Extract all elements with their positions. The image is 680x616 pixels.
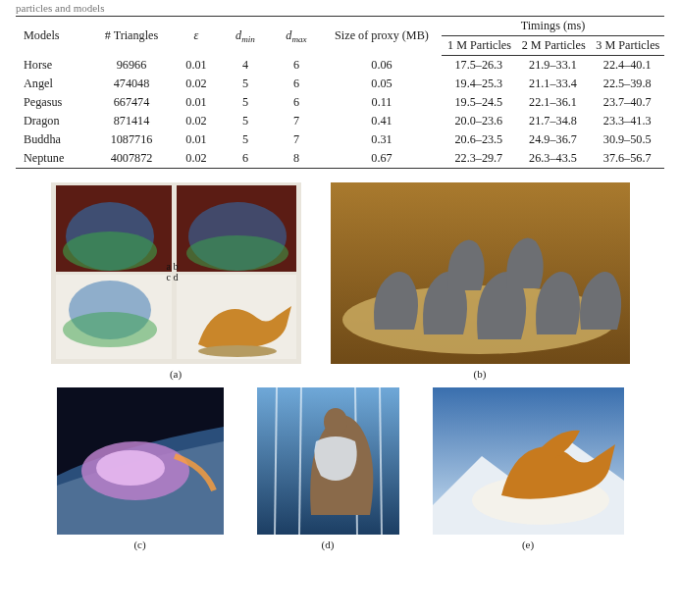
cell-dmax: 8: [271, 149, 322, 169]
col-t1: 1 M Particles: [442, 36, 516, 56]
cell-dmax: 6: [271, 93, 322, 112]
cell-dmin: 5: [220, 93, 271, 112]
cell-proxy: 0.31: [322, 130, 442, 149]
figure-label-e: (e): [522, 539, 534, 550]
figure-image-a: a b c d: [51, 182, 301, 364]
results-table: Models # Triangles ε dmin dmax Size of p…: [16, 16, 664, 169]
panel-a-inner-a: a: [167, 261, 171, 272]
svg-point-10: [63, 312, 157, 347]
figure-panel-a: a b c d (a): [51, 182, 301, 380]
svg-point-11: [198, 345, 277, 357]
cell-model: Pegasus: [16, 93, 90, 112]
panel-a-inner-c: c: [167, 272, 171, 282]
cell-t2: 21.9–33.1: [516, 56, 591, 76]
cell-triangles: 1087716: [90, 130, 173, 149]
cell-eps: 0.02: [173, 75, 220, 93]
cell-model: Angel: [16, 75, 90, 93]
cell-t3: 23.7–40.7: [590, 93, 664, 112]
panel-a-inner-b: b: [173, 261, 178, 272]
cell-t1: 20.0–23.6: [442, 112, 516, 130]
cell-triangles: 474048: [90, 75, 173, 93]
figure-label-b: (b): [474, 368, 487, 380]
table-row: Angel4740480.02560.0519.4–25.321.1–33.42…: [16, 75, 664, 93]
cell-model: Horse: [16, 56, 90, 76]
figure-label-a: (a): [170, 368, 182, 380]
cell-triangles: 4007872: [90, 149, 173, 169]
cell-triangles: 96966: [90, 56, 173, 76]
figure-label-d: (d): [322, 539, 335, 550]
svg-point-8: [186, 235, 288, 271]
cell-t1: 20.6–23.5: [442, 130, 516, 149]
cell-t2: 22.1–36.1: [516, 93, 591, 112]
table-body: Horse969660.01460.0617.5–26.321.9–33.122…: [16, 56, 664, 169]
figure-panel-c: (c): [57, 387, 224, 550]
cell-dmin: 4: [220, 56, 271, 76]
svg-point-22: [324, 408, 347, 436]
cell-proxy: 0.11: [322, 93, 442, 112]
table-row: Pegasus6674740.01560.1119.5–24.522.1–36.…: [16, 93, 664, 112]
svg-point-16: [96, 450, 165, 486]
cell-model: Neptune: [16, 149, 90, 169]
table-row: Neptune40078720.02680.6722.3–29.726.3–43…: [16, 149, 664, 169]
cell-t3: 30.9–50.5: [590, 130, 664, 149]
cell-t2: 24.9–36.7: [516, 130, 591, 149]
panel-a-inner-labels: a b c d: [167, 261, 179, 282]
cell-dmax: 6: [271, 56, 322, 76]
cell-model: Dragon: [16, 112, 90, 130]
figure-image-e: [433, 387, 624, 535]
cell-eps: 0.02: [173, 112, 220, 130]
cell-t1: 22.3–29.7: [442, 149, 516, 169]
col-proxy: Size of proxy (MB): [322, 17, 442, 56]
figure-panel-e: (e): [433, 387, 624, 550]
cell-t1: 19.5–24.5: [442, 93, 516, 112]
table-row: Buddha10877160.01570.3120.6–23.524.9–36.…: [16, 130, 664, 149]
cell-t1: 19.4–25.3: [442, 75, 516, 93]
cell-t3: 22.5–39.8: [590, 75, 664, 93]
cell-proxy: 0.67: [322, 149, 442, 169]
figure-image-b: [331, 182, 630, 364]
cell-dmin: 6: [220, 149, 271, 169]
cell-proxy: 0.06: [322, 56, 442, 76]
cell-dmax: 7: [271, 112, 322, 130]
panel-a-inner-d: d: [173, 272, 178, 282]
col-dmax: dmax: [271, 17, 322, 56]
cell-eps: 0.01: [173, 130, 220, 149]
cell-t2: 21.1–33.4: [516, 75, 591, 93]
figure-image-c: [57, 387, 224, 535]
figure-grid: a b c d (a): [16, 182, 664, 550]
table-caption-fragment: particles and models: [16, 2, 664, 14]
cell-t1: 17.5–26.3: [442, 56, 516, 76]
table-row: Dragon8714140.02570.4120.0–23.621.7–34.8…: [16, 112, 664, 130]
col-models: Models: [16, 17, 90, 56]
figure-image-d: [257, 387, 399, 535]
col-epsilon: ε: [173, 17, 220, 56]
cell-t2: 21.7–34.8: [516, 112, 591, 130]
cell-proxy: 0.41: [322, 112, 442, 130]
cell-eps: 0.02: [173, 149, 220, 169]
table-row: Horse969660.01460.0617.5–26.321.9–33.122…: [16, 56, 664, 76]
col-timings-group: Timings (ms): [442, 17, 664, 36]
col-t2: 2 M Particles: [516, 36, 591, 56]
cell-dmin: 5: [220, 112, 271, 130]
cell-dmin: 5: [220, 130, 271, 149]
cell-dmax: 7: [271, 130, 322, 149]
col-dmin: dmin: [220, 17, 271, 56]
figure-panel-d: (d): [257, 387, 399, 550]
figure-panel-b: (b): [331, 182, 630, 380]
cell-eps: 0.01: [173, 56, 220, 76]
col-t3: 3 M Particles: [590, 36, 664, 56]
cell-triangles: 871414: [90, 112, 173, 130]
svg-point-6: [63, 231, 157, 271]
cell-t3: 23.3–41.3: [590, 112, 664, 130]
cell-triangles: 667474: [90, 93, 173, 112]
cell-eps: 0.01: [173, 93, 220, 112]
cell-t3: 37.6–56.7: [590, 149, 664, 169]
cell-dmax: 6: [271, 75, 322, 93]
cell-t3: 22.4–40.1: [590, 56, 664, 76]
cell-model: Buddha: [16, 130, 90, 149]
cell-proxy: 0.05: [322, 75, 442, 93]
col-triangles: # Triangles: [90, 17, 173, 56]
cell-t2: 26.3–43.5: [516, 149, 591, 169]
figure-label-c: (c): [133, 539, 145, 550]
cell-dmin: 5: [220, 75, 271, 93]
